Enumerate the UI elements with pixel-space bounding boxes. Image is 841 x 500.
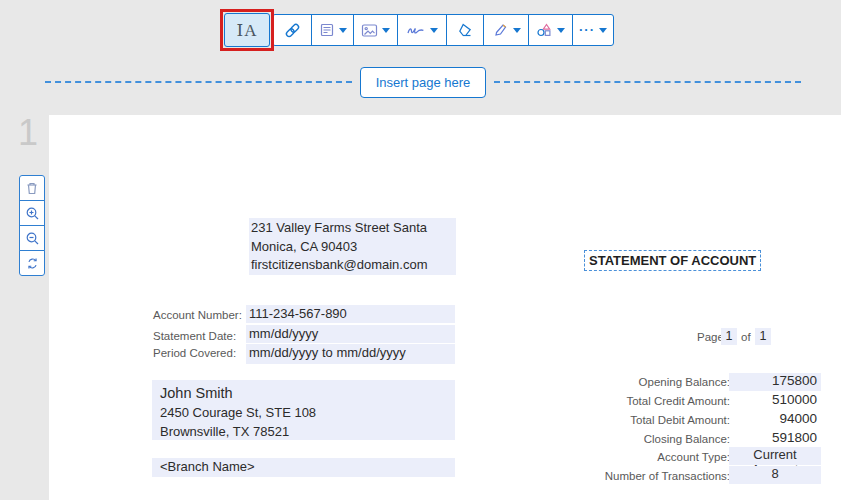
rotate-icon — [25, 256, 40, 271]
bank-address-line: Monica, CA 90403 — [251, 238, 456, 257]
customer-address-line: 2450 Courage St, STE 108 — [160, 403, 455, 422]
chevron-down-icon — [599, 28, 607, 33]
page-indicator-of: of — [741, 331, 751, 343]
bank-address-field[interactable]: 231 Valley Farms Street Santa Monica, CA… — [249, 218, 456, 275]
total-debit-label: Total Debit Amount: — [594, 414, 730, 426]
total-debit-field[interactable]: 94000 — [729, 411, 821, 429]
account-number-field[interactable]: 111-234-567-890 — [246, 305, 455, 323]
transactions-count-label: Number of Transactions: — [594, 470, 730, 482]
more-tools-button[interactable]: ··· — [572, 14, 614, 46]
page-side-toolbar — [19, 175, 45, 276]
transactions-count-field[interactable]: 8 — [729, 466, 821, 484]
insert-divider-right — [494, 81, 801, 83]
customer-address-line: Brownsville, TX 78521 — [160, 422, 455, 441]
opening-balance-label: Opening Balance: — [594, 376, 730, 388]
image-tool-button[interactable] — [353, 14, 398, 46]
closing-balance-field[interactable]: 591800 — [729, 430, 821, 448]
image-icon — [361, 23, 378, 38]
delete-page-button[interactable] — [19, 175, 45, 201]
link-icon — [284, 22, 301, 39]
highlighter-icon — [492, 22, 509, 38]
chevron-down-icon — [382, 28, 390, 33]
insert-divider-left — [45, 81, 352, 83]
account-type-label: Account Type: — [594, 451, 730, 463]
toolbar: ··· — [272, 14, 614, 46]
account-number-label: Account Number: — [153, 309, 242, 321]
trash-icon — [25, 181, 39, 196]
customer-name: John Smith — [160, 383, 455, 403]
statement-date-field[interactable]: mm/dd/yyyy — [246, 325, 455, 343]
period-covered-label: Period Covered: — [153, 347, 236, 359]
chevron-down-icon — [339, 28, 347, 33]
shapes-icon — [536, 22, 553, 38]
total-credit-label: Total Credit Amount: — [594, 395, 730, 407]
form-tool-button[interactable] — [311, 14, 354, 46]
link-tool-button[interactable] — [272, 14, 312, 46]
period-covered-field[interactable]: mm/dd/yyyy to mm/dd/yyyy — [246, 344, 455, 364]
branch-name-field[interactable]: <Branch Name> — [152, 458, 455, 477]
eraser-tool-button[interactable] — [446, 14, 484, 46]
statement-date-label: Statement Date: — [153, 330, 236, 342]
closing-balance-label: Closing Balance: — [594, 433, 730, 445]
text-tool-button[interactable]: ⅠA — [224, 13, 270, 47]
bank-address-line: firstcitizensbank@domain.com — [251, 256, 456, 275]
chevron-down-icon — [557, 28, 565, 33]
signature-tool-button[interactable] — [397, 14, 447, 46]
form-icon — [319, 22, 335, 38]
chevron-down-icon — [430, 28, 438, 33]
statement-title-field[interactable]: STATEMENT OF ACCOUNT — [584, 250, 761, 271]
customer-field[interactable]: John Smith 2450 Courage St, STE 108 Brow… — [152, 380, 455, 440]
opening-balance-field[interactable]: 175800 — [729, 373, 821, 391]
page-thumbnail-number: 1 — [18, 112, 38, 154]
text-insert-icon: ⅠA — [237, 20, 258, 41]
more-icon: ··· — [579, 25, 595, 35]
chevron-down-icon — [513, 28, 521, 33]
insert-page-row: Insert page here — [0, 66, 841, 98]
document-page: 231 Valley Farms Street Santa Monica, CA… — [49, 115, 841, 500]
zoom-in-icon — [25, 206, 40, 221]
zoom-out-icon — [25, 231, 40, 246]
rotate-page-button[interactable] — [19, 250, 45, 276]
highlighter-tool-button[interactable] — [483, 14, 529, 46]
page-total-field[interactable]: 1 — [755, 328, 771, 345]
bank-address-line: 231 Valley Farms Street Santa — [251, 219, 456, 238]
shapes-tool-button[interactable] — [528, 14, 573, 46]
page-current-field[interactable]: 1 — [721, 328, 737, 345]
page-indicator-prefix: Page — [697, 331, 724, 343]
insert-page-button[interactable]: Insert page here — [360, 67, 487, 98]
total-credit-field[interactable]: 510000 — [729, 392, 821, 410]
zoom-in-button[interactable] — [19, 200, 45, 226]
signature-icon — [406, 23, 426, 37]
annotation-highlight-box: ⅠA — [220, 9, 274, 51]
account-type-field[interactable]: Current Account — [729, 447, 821, 465]
eraser-icon — [457, 22, 474, 38]
zoom-out-button[interactable] — [19, 225, 45, 251]
